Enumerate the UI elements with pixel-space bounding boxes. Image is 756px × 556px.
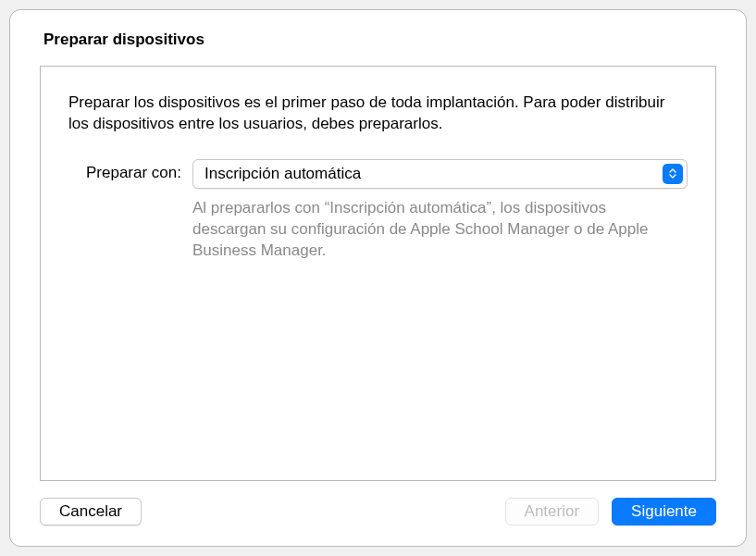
dialog-button-row: Cancelar Anterior Siguiente [40, 498, 716, 525]
prepare-with-select[interactable]: Inscripción automática [192, 159, 688, 189]
cancel-button[interactable]: Cancelar [40, 498, 142, 525]
next-button[interactable]: Siguiente [612, 498, 716, 525]
prepare-with-value: Inscripción automática [193, 165, 663, 183]
prepare-devices-dialog: Preparar dispositivos Preparar los dispo… [9, 9, 747, 547]
prepare-with-row: Preparar con: Inscripción automática Al … [68, 159, 688, 262]
previous-button: Anterior [505, 498, 600, 525]
intro-text: Preparar los dispositivos es el primer p… [68, 93, 688, 135]
dialog-title: Preparar dispositivos [43, 31, 716, 49]
prepare-with-label: Preparar con: [68, 159, 181, 182]
prepare-with-help: Al prepararlos con “Inscripción automáti… [192, 198, 688, 262]
updown-chevron-icon [663, 164, 683, 184]
dialog-content: Preparar los dispositivos es el primer p… [40, 66, 716, 481]
